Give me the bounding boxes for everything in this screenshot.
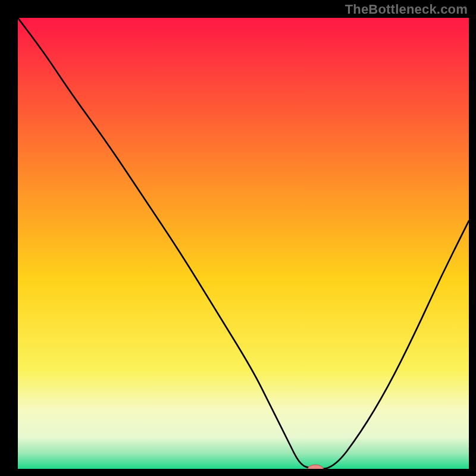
chart-stage: TheBottleneck.com xyxy=(0,0,476,476)
watermark-text: TheBottleneck.com xyxy=(345,2,468,17)
gradient-background xyxy=(18,18,469,469)
bottleneck-chart xyxy=(18,18,469,469)
plot-area xyxy=(18,18,469,469)
